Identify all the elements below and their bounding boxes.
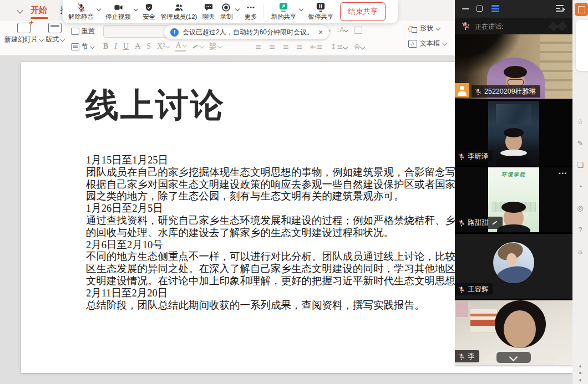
mic-muted-icon xyxy=(458,286,464,293)
pin-icon[interactable]: ✎ xyxy=(577,139,584,147)
scroll-up-icon[interactable]: ▴ xyxy=(579,363,582,368)
participant-tile[interactable]: 李昕泽 xyxy=(455,101,572,166)
highlight-button[interactable] xyxy=(192,43,203,50)
reset-icon xyxy=(71,28,79,35)
mic-muted-icon xyxy=(77,3,86,12)
participant-name-tag: 李昕泽 xyxy=(455,150,493,162)
meeting-notification: ! 会议已超过2人，自动转为60分钟限时会议。 × xyxy=(164,25,329,39)
mic-muted-icon xyxy=(475,88,480,95)
tile-more-options-icon[interactable]: ••• xyxy=(559,171,567,176)
notification-close-icon[interactable]: × xyxy=(318,28,323,37)
unmute-button[interactable]: 解除静音 xyxy=(68,3,94,21)
assistant-icon[interactable]: ☼ xyxy=(577,247,584,255)
favorite-star-icon[interactable]: ☆ xyxy=(577,117,584,126)
superscript-button[interactable]: X² xyxy=(157,42,169,51)
members-icon xyxy=(174,3,184,12)
copy-format-icon[interactable] xyxy=(354,27,362,34)
participant-name: 李昕泽 xyxy=(468,152,489,161)
participant-tile[interactable]: 25220209杜雅琳 xyxy=(455,34,572,100)
align-right-icon[interactable]: ≡ xyxy=(282,42,289,51)
meeting-toolbar: 解除静音 停止视频 安全 管理成员(12) 聊天 录制 更多 新的共享 暂停共享… xyxy=(63,0,398,23)
restore-window-icon[interactable] xyxy=(477,6,483,12)
highlight-icon xyxy=(192,43,199,50)
participant-tile[interactable]: 环境学院 ••• 路甜甜 xyxy=(455,167,572,233)
layout-view-icon[interactable] xyxy=(491,5,499,13)
security-button[interactable]: 安全 xyxy=(143,3,155,21)
scrollbar-controls: ▴ ● ▾ xyxy=(572,363,588,383)
bold-button[interactable]: B xyxy=(103,42,108,51)
ribbon-collapse-caret-icon[interactable] xyxy=(17,7,23,13)
align-center-icon[interactable]: ≡ xyxy=(269,42,276,51)
clipboard-icon[interactable]: ❏ xyxy=(577,161,584,169)
new-slide-icon xyxy=(17,23,31,33)
side-card-partial xyxy=(576,20,588,71)
collapse-videos-chevron-button[interactable] xyxy=(496,352,531,363)
chat-icon xyxy=(204,3,214,12)
chevron-down-icon[interactable] xyxy=(235,7,240,11)
help-icon[interactable]: ? xyxy=(578,226,582,234)
align-left-icon[interactable]: ≡ xyxy=(255,42,262,51)
chevron-down-icon[interactable] xyxy=(97,7,101,11)
participant-name: 路甜甜 xyxy=(468,218,489,228)
manage-members-button[interactable]: 管理成员(12) xyxy=(160,3,197,21)
text-box-label: 文本框 xyxy=(420,39,440,48)
participant-tile[interactable]: 王容辉 xyxy=(455,234,572,299)
end-share-button[interactable]: 结束共享 xyxy=(340,2,386,21)
slide-body-text[interactable]: 1月15日至1月25日 团队成员在自己的家乡挖掘体现生态文明思想的事物，例如建筑… xyxy=(86,155,455,311)
wps-right-sidebar-strip: ☆ ✎ ❏ ◔ ◎ ? ☼ ▴ ● ▾ xyxy=(572,0,588,384)
record-icon xyxy=(221,3,231,12)
italic-button[interactable]: I xyxy=(114,42,117,51)
mic-muted-icon xyxy=(458,353,464,360)
chevron-down-icon xyxy=(435,26,440,30)
meeting-participant-panel: 正在讲话: 25220209杜雅琳 李昕泽 环境学院 xyxy=(455,0,572,366)
char-spacing-button[interactable]: 嫢 xyxy=(209,42,221,52)
ribbon-separator xyxy=(404,24,404,52)
speaking-label: 正在讲话: xyxy=(475,22,503,32)
scroll-down-icon[interactable]: ▾ xyxy=(579,377,582,383)
more-dots-icon xyxy=(246,3,256,12)
search-icon[interactable]: ◎ xyxy=(577,204,583,212)
font-color-button[interactable]: A xyxy=(175,41,185,52)
indent-decrease-icon[interactable]: ⇤≡ xyxy=(310,42,323,51)
chat-button[interactable]: 聊天 xyxy=(202,3,215,21)
new-slide-button[interactable]: 新建幻灯片 xyxy=(4,23,43,44)
new-slide-label: 新建幻灯片 xyxy=(4,35,38,44)
collapse-panel-icon[interactable] xyxy=(556,5,565,13)
more-button[interactable]: 更多 xyxy=(244,3,257,21)
font-name-input[interactable] xyxy=(103,25,169,38)
participant-face xyxy=(504,310,536,348)
strikethrough-button[interactable]: S xyxy=(146,42,151,51)
chevron-down-icon xyxy=(90,44,94,49)
record-button[interactable]: 录制 xyxy=(220,3,232,21)
camera-icon xyxy=(113,3,124,12)
shapes-icon xyxy=(408,25,417,33)
avatar xyxy=(493,242,534,283)
reset-button[interactable]: 重置 xyxy=(71,27,95,36)
chevron-down-icon[interactable] xyxy=(134,7,138,11)
mic-muted-icon xyxy=(462,22,469,30)
participant-tile[interactable]: 李 xyxy=(455,300,572,366)
shield-icon xyxy=(144,3,154,12)
tab-home[interactable]: 开始 xyxy=(31,5,47,16)
slide-title[interactable]: 线上讨论 xyxy=(85,83,225,128)
member-role-badge xyxy=(455,83,469,98)
strike-a-button[interactable]: A xyxy=(135,42,140,51)
layout-button[interactable]: 版式 xyxy=(45,23,64,44)
distribute-icon[interactable]: ⊜ xyxy=(354,42,364,51)
minimize-icon[interactable] xyxy=(462,8,469,9)
line-spacing-icon[interactable]: ↕≡ xyxy=(330,42,346,51)
chevron-down-icon[interactable] xyxy=(299,7,303,11)
edit-name-pencil-icon[interactable] xyxy=(491,219,498,226)
sort-text-button[interactable]: ↓A xyxy=(336,26,347,34)
stamp-icon[interactable]: ◔ xyxy=(578,182,582,191)
paragraph-group: ≡ ≡ ≡ ≡ ⇤≡ ↕≡ ⊜ xyxy=(255,42,364,51)
justify-icon[interactable]: ≡ xyxy=(296,42,303,51)
new-share-button[interactable]: 新的共享 xyxy=(271,2,296,21)
video-background xyxy=(456,301,468,317)
participant-name-tag: 25220209杜雅琳 xyxy=(472,85,540,98)
pause-share-button[interactable]: 暂停共享 xyxy=(308,2,333,21)
wps-share-button-partial[interactable] xyxy=(575,3,588,16)
section-button[interactable]: 节 xyxy=(71,42,94,52)
stop-video-button[interactable]: 停止视频 xyxy=(105,3,131,21)
underline-button[interactable]: U xyxy=(123,42,129,51)
